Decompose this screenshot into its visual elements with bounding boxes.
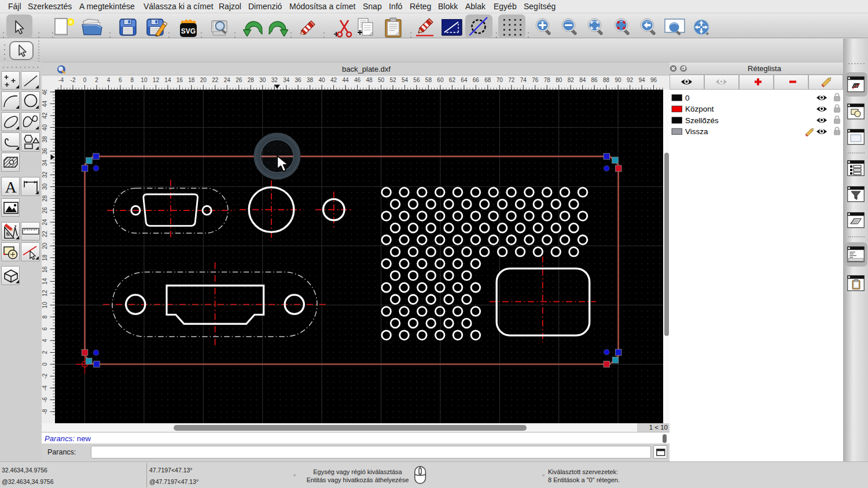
svg-text:12: 12 xyxy=(42,290,48,297)
svg-text:30: 30 xyxy=(42,183,48,190)
svg-text:26: 26 xyxy=(236,77,242,83)
svg-text:70: 70 xyxy=(496,77,503,83)
svg-text:2: 2 xyxy=(95,77,98,83)
svg-text:32: 32 xyxy=(42,171,48,178)
svg-text:76: 76 xyxy=(532,77,539,83)
svg-text:68: 68 xyxy=(484,77,491,83)
svg-text:52: 52 xyxy=(389,77,396,83)
svg-text:92: 92 xyxy=(627,77,634,83)
svg-text:96: 96 xyxy=(650,77,657,83)
svg-text:48: 48 xyxy=(366,77,373,83)
svg-text:0: 0 xyxy=(685,94,690,102)
svg-text:56: 56 xyxy=(413,77,420,83)
svg-text:40: 40 xyxy=(319,77,326,83)
svg-text:26: 26 xyxy=(42,207,48,214)
svg-text:-2: -2 xyxy=(42,374,48,379)
svg-text:62: 62 xyxy=(449,77,456,83)
svg-text:18: 18 xyxy=(188,77,195,83)
svg-text:14: 14 xyxy=(164,77,171,83)
svg-text:Központ: Központ xyxy=(685,105,714,113)
svg-text:34: 34 xyxy=(42,160,48,167)
svg-text:22: 22 xyxy=(212,77,219,83)
svg-text:44: 44 xyxy=(42,100,48,107)
svg-text:16: 16 xyxy=(176,77,183,83)
svg-text:Vissza: Vissza xyxy=(685,127,708,136)
svg-text:50: 50 xyxy=(378,77,385,83)
svg-text:-4: -4 xyxy=(42,385,48,390)
svg-text:A: A xyxy=(5,178,17,195)
svg-text:2: 2 xyxy=(42,350,48,354)
svg-text:32: 32 xyxy=(271,77,278,83)
svg-text:14: 14 xyxy=(42,278,48,285)
svg-text:80: 80 xyxy=(556,77,562,83)
svg-text:0: 0 xyxy=(42,363,48,366)
svg-text:44: 44 xyxy=(343,77,350,83)
svg-text:64: 64 xyxy=(461,77,468,83)
svg-text:SVG: SVG xyxy=(181,27,196,35)
svg-text:28: 28 xyxy=(248,77,255,83)
svg-text:46: 46 xyxy=(354,77,361,83)
svg-text:20: 20 xyxy=(200,77,207,83)
svg-text:72: 72 xyxy=(508,77,515,83)
svg-text:42: 42 xyxy=(42,112,48,119)
svg-text:38: 38 xyxy=(307,77,314,83)
svg-text:46: 46 xyxy=(42,90,48,95)
svg-text:0: 0 xyxy=(83,77,87,83)
svg-text:24: 24 xyxy=(42,219,48,225)
svg-text:10: 10 xyxy=(141,77,148,83)
svg-text:20: 20 xyxy=(42,242,48,249)
svg-text:6: 6 xyxy=(119,77,122,83)
svg-text:40: 40 xyxy=(42,124,48,131)
svg-text:74: 74 xyxy=(520,77,527,83)
svg-text:18: 18 xyxy=(42,254,48,261)
svg-text:60: 60 xyxy=(437,77,444,83)
svg-text:58: 58 xyxy=(425,77,432,83)
svg-text:16: 16 xyxy=(42,266,48,273)
svg-text:30: 30 xyxy=(259,77,266,83)
svg-text:88: 88 xyxy=(603,77,610,83)
svg-text:24: 24 xyxy=(224,77,231,83)
svg-text:-4: -4 xyxy=(58,77,64,83)
svg-text:34: 34 xyxy=(283,77,290,83)
svg-text:4: 4 xyxy=(107,77,111,83)
svg-text:84: 84 xyxy=(579,77,586,83)
svg-text:10: 10 xyxy=(42,302,48,309)
svg-text:-8: -8 xyxy=(42,409,48,414)
svg-text:54: 54 xyxy=(402,77,409,83)
svg-text:36: 36 xyxy=(295,77,302,83)
svg-text:22: 22 xyxy=(42,231,48,238)
svg-text:8: 8 xyxy=(42,315,48,319)
svg-text:36: 36 xyxy=(42,147,48,154)
svg-text:90: 90 xyxy=(615,77,622,83)
svg-text:8: 8 xyxy=(131,77,134,83)
svg-text:86: 86 xyxy=(591,77,598,83)
svg-text:28: 28 xyxy=(42,195,48,202)
svg-text:42: 42 xyxy=(330,77,337,83)
svg-text:-6: -6 xyxy=(42,397,48,402)
svg-text:12: 12 xyxy=(153,77,160,83)
svg-text:4: 4 xyxy=(42,339,48,342)
svg-text:38: 38 xyxy=(42,136,48,143)
svg-text:6: 6 xyxy=(42,327,48,330)
svg-text:94: 94 xyxy=(639,77,646,83)
svg-text:66: 66 xyxy=(473,77,480,83)
svg-text:-2: -2 xyxy=(71,77,76,83)
svg-text:78: 78 xyxy=(544,77,551,83)
svg-text:Szellőzés: Szellőzés xyxy=(685,116,719,125)
svg-text:82: 82 xyxy=(568,77,575,83)
